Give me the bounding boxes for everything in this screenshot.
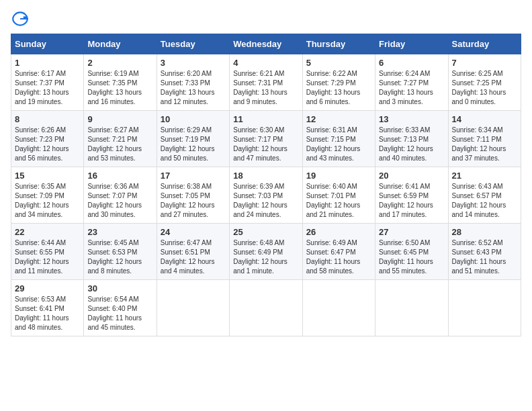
day-number: 13 (379, 114, 444, 124)
sunrise-text: Sunrise: 6:41 AM (379, 183, 430, 190)
sunset-text: Sunset: 7:27 PM (379, 79, 429, 87)
day-info: Sunrise: 6:17 AM Sunset: 7:37 PM Dayligh… (15, 69, 80, 107)
day-info: Sunrise: 6:38 AM Sunset: 7:05 PM Dayligh… (161, 182, 226, 220)
calendar-cell: 30 Sunrise: 6:54 AM Sunset: 6:40 PM Dayl… (84, 280, 157, 336)
daylight-text: Daylight: 12 hours and 8 minutes. (87, 258, 142, 275)
sunrise-text: Sunrise: 6:25 AM (452, 70, 503, 77)
day-info: Sunrise: 6:53 AM Sunset: 6:41 PM Dayligh… (15, 295, 80, 332)
calendar-cell: 18 Sunrise: 6:39 AM Sunset: 7:03 PM Dayl… (230, 167, 302, 224)
sunset-text: Sunset: 7:01 PM (306, 192, 356, 199)
sunrise-text: Sunrise: 6:19 AM (87, 70, 138, 77)
day-info: Sunrise: 6:35 AM Sunset: 7:09 PM Dayligh… (15, 182, 80, 220)
sunset-text: Sunset: 6:40 PM (87, 305, 137, 312)
day-number: 14 (452, 114, 517, 124)
daylight-text: Daylight: 11 hours and 58 minutes. (306, 258, 361, 275)
header (11, 11, 521, 27)
day-info: Sunrise: 6:22 AM Sunset: 7:29 PM Dayligh… (306, 69, 371, 107)
day-of-week-thursday: Thursday (302, 34, 375, 54)
calendar-cell (448, 280, 521, 336)
daylight-text: Daylight: 11 hours and 45 minutes. (87, 314, 142, 331)
day-number: 25 (233, 227, 298, 237)
day-info: Sunrise: 6:30 AM Sunset: 7:17 PM Dayligh… (233, 126, 298, 163)
sunset-text: Sunset: 6:51 PM (161, 248, 210, 256)
sunset-text: Sunset: 6:47 PM (306, 248, 356, 256)
calendar-cell (302, 280, 375, 336)
day-info: Sunrise: 6:54 AM Sunset: 6:40 PM Dayligh… (87, 295, 152, 332)
day-number: 24 (161, 227, 226, 237)
daylight-text: Daylight: 12 hours and 27 minutes. (161, 201, 215, 218)
daylight-text: Daylight: 12 hours and 40 minutes. (379, 145, 433, 162)
calendar-cell: 25 Sunrise: 6:48 AM Sunset: 6:49 PM Dayl… (230, 224, 302, 280)
day-info: Sunrise: 6:27 AM Sunset: 7:21 PM Dayligh… (87, 126, 152, 163)
calendar-cell (230, 280, 302, 336)
sunset-text: Sunset: 6:43 PM (452, 248, 502, 256)
sunrise-text: Sunrise: 6:52 AM (452, 239, 503, 246)
sunset-text: Sunset: 7:33 PM (161, 79, 210, 87)
day-info: Sunrise: 6:33 AM Sunset: 7:13 PM Dayligh… (379, 126, 444, 163)
daylight-text: Daylight: 12 hours and 24 minutes. (233, 201, 287, 218)
day-info: Sunrise: 6:24 AM Sunset: 7:27 PM Dayligh… (379, 69, 444, 107)
calendar-cell: 14 Sunrise: 6:34 AM Sunset: 7:11 PM Dayl… (448, 111, 521, 167)
calendar-cell: 2 Sunrise: 6:19 AM Sunset: 7:35 PM Dayli… (84, 54, 157, 111)
sunrise-text: Sunrise: 6:45 AM (87, 239, 138, 246)
day-info: Sunrise: 6:49 AM Sunset: 6:47 PM Dayligh… (306, 238, 371, 276)
day-info: Sunrise: 6:47 AM Sunset: 6:51 PM Dayligh… (161, 238, 226, 276)
calendar-cell: 11 Sunrise: 6:30 AM Sunset: 7:17 PM Dayl… (230, 111, 302, 167)
daylight-text: Daylight: 12 hours and 17 minutes. (379, 201, 433, 218)
sunset-text: Sunset: 6:49 PM (233, 248, 283, 256)
sunrise-text: Sunrise: 6:31 AM (306, 126, 357, 134)
calendar-week-row: 15 Sunrise: 6:35 AM Sunset: 7:09 PM Dayl… (11, 167, 521, 224)
day-number: 19 (306, 171, 371, 181)
sunset-text: Sunset: 7:17 PM (233, 136, 283, 143)
day-number: 20 (379, 171, 444, 181)
day-info: Sunrise: 6:41 AM Sunset: 6:59 PM Dayligh… (379, 182, 444, 220)
day-number: 28 (452, 227, 517, 237)
sunset-text: Sunset: 6:57 PM (452, 192, 502, 199)
sunrise-text: Sunrise: 6:27 AM (87, 126, 138, 134)
sunrise-text: Sunrise: 6:38 AM (161, 183, 212, 190)
sunset-text: Sunset: 7:07 PM (87, 192, 137, 199)
daylight-text: Daylight: 12 hours and 4 minutes. (161, 258, 215, 275)
daylight-text: Daylight: 13 hours and 9 minutes. (233, 89, 287, 105)
daylight-text: Daylight: 12 hours and 34 minutes. (15, 201, 69, 218)
sunset-text: Sunset: 7:19 PM (161, 136, 210, 143)
day-info: Sunrise: 6:31 AM Sunset: 7:15 PM Dayligh… (306, 126, 371, 163)
day-info: Sunrise: 6:29 AM Sunset: 7:19 PM Dayligh… (161, 126, 226, 163)
calendar-cell: 26 Sunrise: 6:49 AM Sunset: 6:47 PM Dayl… (302, 224, 375, 280)
calendar-cell: 24 Sunrise: 6:47 AM Sunset: 6:51 PM Dayl… (157, 224, 229, 280)
daylight-text: Daylight: 12 hours and 50 minutes. (161, 145, 215, 162)
daylight-text: Daylight: 12 hours and 30 minutes. (87, 201, 142, 218)
daylight-text: Daylight: 12 hours and 56 minutes. (15, 145, 69, 162)
daylight-text: Daylight: 11 hours and 55 minutes. (379, 258, 433, 275)
sunset-text: Sunset: 7:37 PM (15, 79, 64, 87)
sunrise-text: Sunrise: 6:40 AM (306, 183, 357, 190)
calendar-cell: 13 Sunrise: 6:33 AM Sunset: 7:13 PM Dayl… (375, 111, 448, 167)
day-info: Sunrise: 6:21 AM Sunset: 7:31 PM Dayligh… (233, 69, 298, 107)
sunset-text: Sunset: 7:31 PM (233, 79, 283, 87)
calendar-cell: 28 Sunrise: 6:52 AM Sunset: 6:43 PM Dayl… (448, 224, 521, 280)
day-number: 11 (233, 114, 298, 124)
sunrise-text: Sunrise: 6:47 AM (161, 239, 212, 246)
day-number: 8 (15, 114, 80, 124)
day-number: 23 (87, 227, 152, 237)
day-of-week-sunday: Sunday (11, 34, 84, 54)
calendar-cell: 3 Sunrise: 6:20 AM Sunset: 7:33 PM Dayli… (157, 54, 229, 111)
day-number: 12 (306, 114, 371, 124)
logo-icon (12, 11, 28, 27)
sunrise-text: Sunrise: 6:50 AM (379, 239, 430, 246)
day-info: Sunrise: 6:44 AM Sunset: 6:55 PM Dayligh… (15, 238, 80, 276)
day-number: 30 (87, 283, 152, 293)
sunset-text: Sunset: 7:09 PM (15, 192, 64, 199)
logo (11, 11, 28, 27)
sunset-text: Sunset: 7:35 PM (87, 79, 137, 87)
calendar-cell: 17 Sunrise: 6:38 AM Sunset: 7:05 PM Dayl… (157, 167, 229, 224)
day-of-week-tuesday: Tuesday (157, 34, 229, 54)
sunrise-text: Sunrise: 6:22 AM (306, 70, 357, 77)
day-number: 16 (87, 171, 152, 181)
sunset-text: Sunset: 7:03 PM (233, 192, 283, 199)
sunrise-text: Sunrise: 6:36 AM (87, 183, 138, 190)
calendar-cell: 29 Sunrise: 6:53 AM Sunset: 6:41 PM Dayl… (11, 280, 84, 336)
sunset-text: Sunset: 7:05 PM (161, 192, 210, 199)
daylight-text: Daylight: 12 hours and 11 minutes. (15, 258, 69, 275)
daylight-text: Daylight: 12 hours and 37 minutes. (452, 145, 506, 162)
